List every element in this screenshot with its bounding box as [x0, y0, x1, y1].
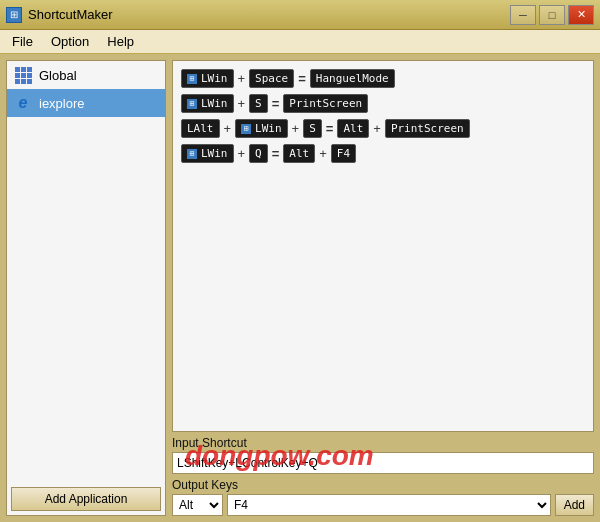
key-s-2: S [303, 119, 322, 138]
key-lwin-1: ⊞LWin [181, 69, 234, 88]
window-title: ShortcutMaker [28, 7, 113, 22]
shortcut-row-4[interactable]: ⊞LWin + Q = Alt + F4 [181, 144, 585, 163]
sidebar-item-iexplore[interactable]: e iexplore [7, 89, 165, 117]
output-key-select[interactable]: F4 F1 F2 F3 F5 [227, 494, 551, 516]
input-shortcut-label: Input Shortcut [172, 436, 594, 450]
output-keys-label: Output Keys [172, 478, 594, 492]
output-row: Alt Ctrl Shift Win F4 F1 F2 F3 F5 Add [172, 494, 594, 516]
menu-bar: File Option Help [0, 30, 600, 54]
sidebar-item-global-label: Global [39, 68, 77, 83]
input-shortcut-field[interactable] [172, 452, 594, 474]
plus-4b: + [319, 146, 327, 161]
bottom-section: Input Shortcut Output Keys Alt Ctrl Shif… [172, 436, 594, 516]
maximize-button[interactable]: □ [539, 5, 565, 25]
ie-icon: e [13, 93, 33, 113]
key-lwin-3: ⊞LWin [235, 119, 288, 138]
plus-4a: + [238, 146, 246, 161]
eq-4: = [272, 146, 280, 161]
left-panel: Global e iexplore Add Application [6, 60, 166, 516]
key-s-1: S [249, 94, 268, 113]
title-icon: ⊞ [6, 7, 22, 23]
output-modifier-select[interactable]: Alt Ctrl Shift Win [172, 494, 223, 516]
sidebar-item-iexplore-label: iexplore [39, 96, 85, 111]
key-hanguel: HanguelMode [310, 69, 395, 88]
key-lwin-4: ⊞LWin [181, 144, 234, 163]
shortcut-display: ⊞LWin + Space = HanguelMode ⊞LWin + S = … [172, 60, 594, 432]
key-q: Q [249, 144, 268, 163]
eq-3: = [326, 121, 334, 136]
plus-3a: + [224, 121, 232, 136]
key-f4: F4 [331, 144, 356, 163]
input-shortcut-group: Input Shortcut [172, 436, 594, 474]
key-alt-3: Alt [337, 119, 369, 138]
output-keys-group: Output Keys Alt Ctrl Shift Win F4 F1 F2 … [172, 478, 594, 516]
grid-icon [13, 65, 33, 85]
shortcut-row-3[interactable]: LAlt + ⊞LWin + S = Alt + PrintScreen [181, 119, 585, 138]
main-content: Global e iexplore Add Application ⊞LWin … [0, 54, 600, 522]
key-alt-4: Alt [283, 144, 315, 163]
shortcut-row-2[interactable]: ⊞LWin + S = PrintScreen [181, 94, 585, 113]
plus-3c: + [373, 121, 381, 136]
minimize-button[interactable]: ─ [510, 5, 536, 25]
menu-help[interactable]: Help [99, 32, 142, 51]
key-lwin-2: ⊞LWin [181, 94, 234, 113]
key-space: Space [249, 69, 294, 88]
eq-1: = [298, 71, 306, 86]
add-application-button[interactable]: Add Application [11, 487, 161, 511]
key-printscreen-2: PrintScreen [385, 119, 470, 138]
plus-2a: + [238, 96, 246, 111]
add-output-button[interactable]: Add [555, 494, 594, 516]
menu-file[interactable]: File [4, 32, 41, 51]
key-lalt: LAlt [181, 119, 220, 138]
shortcut-row-1[interactable]: ⊞LWin + Space = HanguelMode [181, 69, 585, 88]
plus-3b: + [292, 121, 300, 136]
menu-option[interactable]: Option [43, 32, 97, 51]
eq-2: = [272, 96, 280, 111]
close-button[interactable]: ✕ [568, 5, 594, 25]
left-panel-list: Global e iexplore [7, 61, 165, 483]
right-panel: ⊞LWin + Space = HanguelMode ⊞LWin + S = … [172, 60, 594, 516]
plus-1a: + [238, 71, 246, 86]
title-bar: ⊞ ShortcutMaker ─ □ ✕ [0, 0, 600, 30]
sidebar-item-global[interactable]: Global [7, 61, 165, 89]
key-printscreen-1: PrintScreen [283, 94, 368, 113]
